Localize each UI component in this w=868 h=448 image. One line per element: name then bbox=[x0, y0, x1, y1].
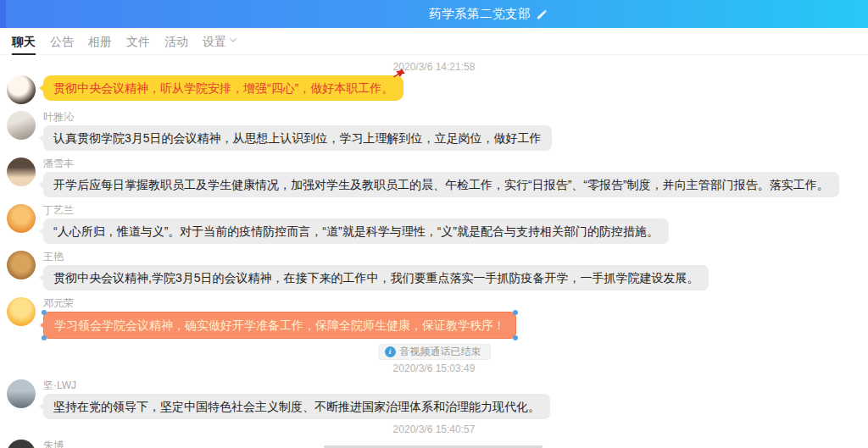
tab-settings[interactable]: 设置 bbox=[203, 28, 236, 55]
avatar[interactable] bbox=[7, 379, 36, 408]
message-bubble[interactable]: “人心所归，惟道与义”。对于当前的疫情防控而言，“道”就是科学与理性，“义”就是… bbox=[43, 218, 669, 244]
tab-album[interactable]: 相册 bbox=[88, 28, 112, 55]
timestamp: 2020/3/6 15:03:49 bbox=[7, 362, 861, 374]
selected-message-bubble[interactable]: 学习领会学院会议精神，确实做好开学准备工作，保障全院师生健康，保证教学秩序！ bbox=[43, 312, 516, 339]
sender-name: 坚·LWJ bbox=[43, 379, 76, 391]
edit-title-icon[interactable] bbox=[536, 8, 548, 20]
timestamp: 2020/3/6 15:40:57 bbox=[7, 423, 861, 435]
pinned-message-bubble[interactable]: 贯彻中央会议精神，听从学院安排，增强“四心”，做好本职工作。 bbox=[43, 75, 403, 101]
message-text: 贯彻中央会议精神,学院3月5日的会议精神，在接下来的工作中，我们要重点落实一手抓… bbox=[53, 271, 698, 285]
sender-name: 丁艺兰 bbox=[43, 204, 74, 216]
tab-files-label: 文件 bbox=[126, 29, 150, 54]
tab-settings-label: 设置 bbox=[203, 29, 226, 54]
tab-announcement-label: 公告 bbox=[50, 29, 74, 54]
message-text: 贯彻中央会议精神，听从学院安排，增强“四心”，做好本职工作。 bbox=[53, 81, 393, 95]
chat-message: 贯彻中央会议精神，听从学院安排，增强“四心”，做好本职工作。 bbox=[7, 75, 861, 104]
sender-name: 邓元荣 bbox=[43, 297, 74, 309]
tab-album-label: 相册 bbox=[88, 29, 112, 54]
tab-activity-label: 活动 bbox=[164, 29, 188, 54]
call-ended-notice: i 音视频通话已结束 bbox=[378, 344, 491, 360]
selection-handle[interactable] bbox=[513, 310, 518, 315]
pin-icon bbox=[392, 67, 406, 80]
avatar[interactable] bbox=[7, 204, 36, 233]
group-title: 药学系第二党支部 bbox=[429, 6, 531, 22]
sender-name: 叶雅沁 bbox=[43, 111, 74, 123]
chat-message: 王艳 贯彻中央会议精神,学院3月5日的会议精神，在接下来的工作中，我们要重点落实… bbox=[7, 251, 861, 290]
avatar[interactable] bbox=[7, 75, 36, 104]
chevron-down-icon bbox=[230, 35, 236, 41]
chat-message: 潘雪丰 开学后应每日掌握教职员工及学生健康情况，加强对学生及教职员工的晨、午检工… bbox=[7, 158, 861, 197]
avatar[interactable] bbox=[7, 297, 36, 326]
tab-files[interactable]: 文件 bbox=[126, 28, 150, 55]
message-bubble[interactable]: 开学后应每日掌握教职员工及学生健康情况，加强对学生及教职员工的晨、午检工作，实行… bbox=[43, 172, 839, 197]
tab-chat-label: 聊天 bbox=[12, 29, 36, 54]
message-bubble[interactable]: 认真贯彻学院3月5日的会议精神，从思想上认识到位，学习上理解到位，立足岗位，做好… bbox=[43, 125, 552, 151]
tab-announcement[interactable]: 公告 bbox=[50, 28, 74, 55]
message-list: 2020/3/6 14:21:58 贯彻中央会议精神，听从学院安排，增强“四心”… bbox=[0, 61, 868, 448]
timestamp: 2020/3/6 14:21:58 bbox=[7, 61, 861, 73]
chat-message: 邓元荣 学习领会学院会议精神，确实做好开学准备工作，保障全院师生健康，保证教学秩… bbox=[7, 297, 861, 339]
group-header: 药学系第二党支部 bbox=[0, 0, 868, 28]
selection-handle[interactable] bbox=[42, 310, 47, 315]
chat-message: 坚·LWJ 坚持在党的领导下，坚定中国特色社会主义制度、不断推进国家治理体系和治… bbox=[7, 379, 861, 419]
tab-activity[interactable]: 活动 bbox=[164, 28, 188, 55]
avatar[interactable] bbox=[7, 440, 36, 448]
header-edge-strip bbox=[0, 0, 6, 28]
info-icon: i bbox=[385, 346, 396, 357]
sender-name: 朱博 bbox=[43, 440, 64, 448]
tab-chat[interactable]: 聊天 bbox=[12, 28, 36, 55]
message-text: 学习领会学院会议精神，确实做好开学准备工作，保障全院师生健康，保证教学秩序！ bbox=[54, 318, 505, 332]
chat-message: 叶雅沁 认真贯彻学院3月5日的会议精神，从思想上认识到位，学习上理解到位，立足岗… bbox=[7, 111, 861, 151]
message-text: “人心所归，惟道与义”。对于当前的疫情防控而言，“道”就是科学与理性，“义”就是… bbox=[53, 224, 659, 238]
selection-handle[interactable] bbox=[513, 335, 518, 340]
message-text: 认真贯彻学院3月5日的会议精神，从思想上认识到位，学习上理解到位，立足岗位，做好… bbox=[53, 131, 542, 145]
avatar[interactable] bbox=[7, 111, 36, 140]
group-chat-window: 药学系第二党支部 聊天 公告 相册 文件 活动 设置 2020/3/6 14:2… bbox=[0, 0, 868, 448]
message-text: 开学后应每日掌握教职员工及学生健康情况，加强对学生及教职员工的晨、午检工作，实行… bbox=[53, 178, 829, 191]
notice-text: 音视频通话已结束 bbox=[400, 346, 481, 357]
sender-name: 潘雪丰 bbox=[43, 158, 74, 169]
selection-handle[interactable] bbox=[42, 335, 47, 340]
message-bubble[interactable]: 坚持在党的领导下，坚定中国特色社会主义制度、不断推进国家治理体系和治理能力现代化… bbox=[43, 394, 550, 419]
chat-message: 丁艺兰 “人心所归，惟道与义”。对于当前的疫情防控而言，“道”就是科学与理性，“… bbox=[7, 204, 861, 244]
avatar[interactable] bbox=[7, 158, 36, 186]
message-bubble[interactable]: 贯彻中央会议精神,学院3月5日的会议精神，在接下来的工作中，我们要重点落实一手抓… bbox=[43, 265, 709, 290]
avatar[interactable] bbox=[7, 251, 36, 279]
tab-bar: 聊天 公告 相册 文件 活动 设置 bbox=[0, 28, 868, 55]
message-text: 坚持在党的领导下，坚定中国特色社会主义制度、不断推进国家治理体系和治理能力现代化… bbox=[53, 400, 540, 413]
sender-name: 王艳 bbox=[43, 251, 64, 263]
